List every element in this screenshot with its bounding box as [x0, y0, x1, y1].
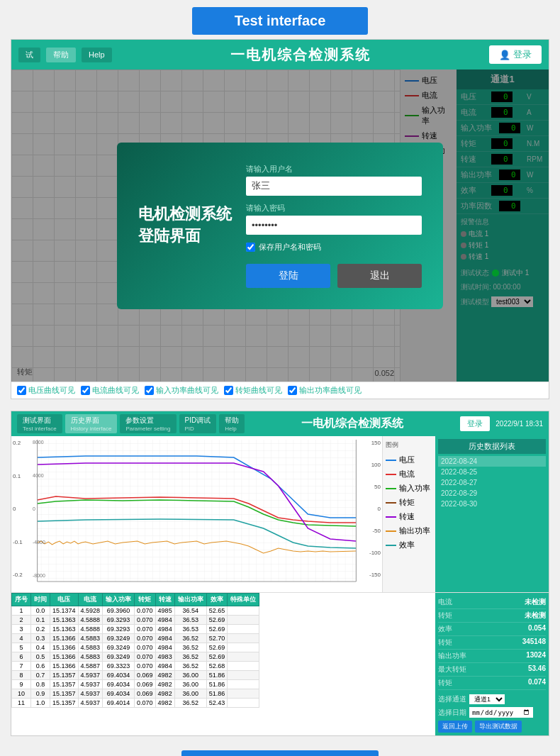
- table-cell-4: 69.3293: [103, 625, 135, 634]
- date-picker[interactable]: [469, 707, 533, 718]
- cb-torque-input[interactable]: [224, 386, 233, 395]
- table-cell-7: 36.53: [174, 616, 206, 625]
- nav-help-btn[interactable]: 帮助: [46, 48, 76, 62]
- y-axis-right: 150100500-50-100-150: [369, 440, 381, 578]
- hist-chart-area: 0.20.10-0.1-0.2 800040000-4000-8000 1501…: [11, 436, 382, 592]
- stats-row-3: 转矩 345148: [438, 636, 546, 650]
- login-right: 请输入用户名 请输入密码 保存用户名和密码 登陆 退出: [246, 164, 422, 288]
- hist-date-0[interactable]: 2022-08-24: [438, 456, 546, 467]
- table-container: 序号 时间 电压 电流 输入功率 转矩 转速 输出功率 效率 特殊单位 10.0…: [11, 593, 435, 735]
- hist-login-btn[interactable]: 登录: [460, 416, 490, 431]
- hist-top-bar: 测试界面 Test interface 历史界面 History interfa…: [11, 411, 549, 436]
- stats-row-2: 效率 0.054: [438, 623, 546, 636]
- nav-test-btn[interactable]: 试: [18, 48, 40, 62]
- table-cell-8: 52.43: [206, 699, 228, 708]
- table-cell-8: 51.86: [206, 689, 228, 699]
- table-cell-5: 0.070: [135, 643, 156, 652]
- hist-tab-history[interactable]: 历史界面 History interface: [65, 414, 118, 433]
- username-group: 请输入用户名: [246, 164, 422, 196]
- table-cell-8: 52.69: [206, 643, 228, 652]
- table-cell-0: 3: [12, 625, 31, 634]
- data-table-area: 序号 时间 电压 电流 输入功率 转矩 转速 输出功率 效率 特殊单位 10.0…: [11, 592, 549, 735]
- table-cell-0: 4: [12, 634, 31, 643]
- table-cell-4: 69.3293: [103, 616, 135, 625]
- hist-legend-panel: 图例 电压 电流 输入功率 转矩 转速 输: [382, 436, 435, 592]
- table-cell-3: 4.5888: [78, 625, 103, 634]
- login-buttons: 登陆 退出: [246, 264, 422, 288]
- y-axis-left: 0.20.10-0.1-0.2: [13, 440, 23, 578]
- hist-date-3[interactable]: 2022-08-29: [438, 488, 546, 499]
- hist-date-2[interactable]: 2022-08-27: [438, 477, 546, 488]
- hist-legend-input-power: 输入功率: [386, 483, 432, 494]
- hist-date-4[interactable]: 2022-08-30: [438, 499, 546, 509]
- exit-btn[interactable]: 退出: [337, 264, 422, 288]
- channel-select[interactable]: 通道1: [469, 694, 505, 704]
- table-cell-6: 4983: [155, 652, 174, 662]
- table-cell-6: 4985: [155, 606, 174, 616]
- username-input[interactable]: [246, 177, 422, 196]
- login-button[interactable]: 👤 登录: [489, 45, 542, 64]
- cb-output-power-input[interactable]: [288, 386, 297, 395]
- table-cell-1: 0.0: [31, 606, 50, 616]
- user-icon: 👤: [499, 50, 510, 60]
- cb-current-input[interactable]: [81, 386, 90, 395]
- hist-tab-help[interactable]: 帮助 Help: [219, 414, 245, 433]
- export-btn[interactable]: 导出测试数据: [475, 721, 522, 733]
- table-row: 80.715.13574.593769.40340.069498236.0051…: [12, 671, 259, 680]
- remember-row: 保存用户名和密码: [246, 242, 422, 252]
- upload-btn[interactable]: 返回上传: [438, 721, 472, 733]
- table-cell-7: 36.52: [174, 662, 206, 671]
- hist-tab-params[interactable]: 参数设置 Parameter setting: [120, 414, 176, 433]
- stats-row-4: 输出功率 13024: [438, 650, 546, 663]
- table-cell-3: 4.5937: [78, 689, 103, 699]
- table-cell-6: 4984: [155, 634, 174, 643]
- table-cell-5: 0.069: [135, 689, 156, 699]
- hist-date-1[interactable]: 2022-08-25: [438, 467, 546, 477]
- table-cell-3: 4.5883: [78, 634, 103, 643]
- table-cell-4: 69.3249: [103, 652, 135, 662]
- table-cell-7: 36.00: [174, 689, 206, 699]
- table-cell-4: 69.4014: [103, 699, 135, 708]
- hist-panel-title: 历史数据列表: [438, 439, 546, 454]
- hist-legend-title: 图例: [386, 440, 432, 450]
- table-cell-9: [228, 643, 259, 652]
- table-cell-9: [228, 652, 259, 662]
- table-cell-3: 4.5937: [78, 680, 103, 689]
- table-cell-2: 15.1366: [50, 662, 79, 671]
- table-cell-1: 0.2: [31, 625, 50, 634]
- table-cell-8: 52.69: [206, 652, 228, 662]
- th-input-power: 输入功率: [103, 594, 135, 606]
- stats-controls: 选择通道 通道1 选择日期 返回上传 导出测试数据: [438, 694, 546, 733]
- th-special: 特殊单位: [228, 594, 259, 606]
- nav-buttons: 试 帮助 Help: [18, 48, 112, 62]
- th-time: 时间: [31, 594, 50, 606]
- table-cell-6: 4982: [155, 671, 174, 680]
- cb-voltage-input[interactable]: [17, 386, 26, 395]
- table-row: 111.015.13574.593769.40140.070498236.525…: [12, 699, 259, 708]
- hist-tab-pid[interactable]: PID调试 PID: [179, 414, 217, 433]
- system-title: 一电机综合检测系统: [112, 45, 489, 65]
- nav-help-en-btn[interactable]: Help: [82, 48, 112, 62]
- password-input[interactable]: [246, 216, 422, 235]
- th-torque: 转矩: [135, 594, 156, 606]
- test-interface-title: Test interface: [192, 7, 369, 35]
- cb-current: 电流曲线可见: [81, 385, 139, 396]
- login-submit-btn[interactable]: 登陆: [246, 264, 330, 288]
- table-cell-6: 4984: [155, 625, 174, 634]
- table-cell-7: 36.52: [174, 634, 206, 643]
- table-cell-8: 52.69: [206, 616, 228, 625]
- login-overlay: 电机检测系统 登陆界面 请输入用户名 请输入密码 保存用户: [11, 70, 549, 382]
- table-cell-5: 0.070: [135, 616, 156, 625]
- table-cell-1: 0.7: [31, 671, 50, 680]
- table-cell-2: 15.1357: [50, 699, 79, 708]
- table-cell-9: [228, 606, 259, 616]
- ctrl-channel: 选择通道 通道1: [438, 694, 546, 704]
- cb-input-power-input[interactable]: [145, 386, 154, 395]
- history-interface: 测试界面 Test interface 历史界面 History interfa…: [11, 411, 549, 736]
- main-content: 转矩 0.052 电压 电流 输入功率 转速 输出功率: [11, 70, 549, 382]
- hist-tab-test[interactable]: 测试界面 Test interface: [17, 414, 62, 433]
- remember-checkbox[interactable]: [246, 243, 255, 252]
- table-cell-7: 36.53: [174, 625, 206, 634]
- password-group: 请输入密码: [246, 203, 422, 235]
- hist-system-title: 一电机综合检测系统: [245, 416, 460, 431]
